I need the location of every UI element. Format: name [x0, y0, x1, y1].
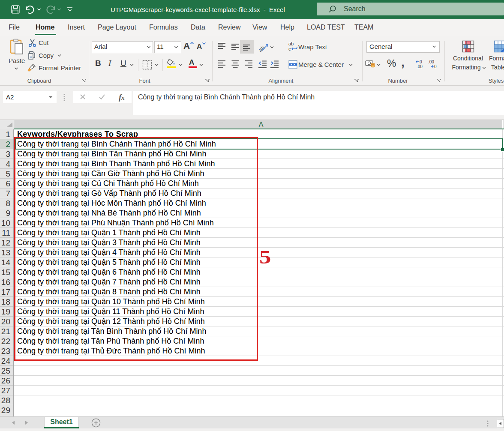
svg-text:0: 0 — [420, 60, 422, 64]
svg-text:ab: ab — [288, 42, 294, 46]
svg-text:ab: ab — [259, 44, 266, 53]
svg-text:.00: .00 — [417, 64, 423, 69]
svg-text:.00: .00 — [428, 60, 434, 64]
svg-text:0: 0 — [434, 64, 437, 69]
svg-text:c: c — [288, 46, 291, 51]
